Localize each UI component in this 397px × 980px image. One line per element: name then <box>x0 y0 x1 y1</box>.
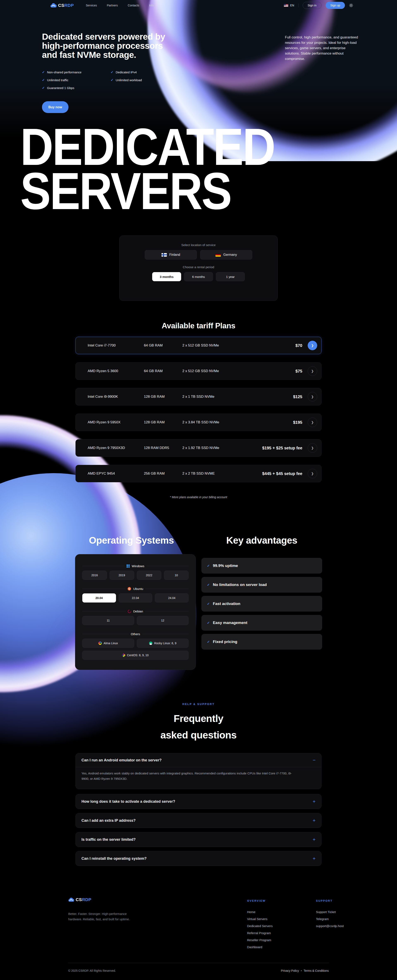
footer-link-telegram[interactable]: Telegram <box>316 915 344 922</box>
os-option-debian-12[interactable]: 12 <box>137 616 189 625</box>
theme-toggle-sun-icon[interactable] <box>349 3 353 8</box>
footer-link-reseller-program[interactable]: Reseller Program <box>247 936 273 943</box>
plan-arrow-button[interactable] <box>308 443 317 453</box>
privacy-policy-link[interactable]: Privacy Policy <box>281 969 299 972</box>
plan-ram: 128 GB RAM <box>144 420 182 425</box>
os-option-alma-linux[interactable]: Alma Linux <box>82 639 134 648</box>
faq-question-row[interactable]: How long does it take to activate a dedi… <box>76 794 321 809</box>
faq-item: Can I reinstall the operating system? <box>75 851 322 866</box>
check-icon <box>207 583 210 587</box>
footer-link-dedicated-servers[interactable]: Dedicated Servers <box>247 922 273 929</box>
os-option-centos[interactable]: CentOS: 8, 9, 10 <box>82 651 188 660</box>
feature-label: Unlimited workload <box>116 78 142 82</box>
separator-dot: • <box>301 969 302 972</box>
period-button-3-months[interactable]: 3 months <box>152 272 181 281</box>
language-label: EN <box>290 4 294 7</box>
nav-link-services[interactable]: Services <box>86 4 97 7</box>
feature-item: Unlimited workload <box>111 76 142 84</box>
location-button-finland[interactable]: Finland <box>145 250 197 259</box>
configurator-card: Select location of service Finland Germa… <box>119 235 278 301</box>
os-option-rocky-linux[interactable]: Rocky Linux: 8, 9 <box>137 639 189 648</box>
footer-link-support-ticket[interactable]: Support Ticket <box>316 908 344 915</box>
faq-question-row[interactable]: Is traffic on the server limited? <box>76 832 321 847</box>
location-name: Germany <box>223 253 237 257</box>
collapse-minus-icon[interactable] <box>312 758 316 763</box>
sign-in-button[interactable]: Sign in <box>303 2 322 9</box>
footer-link-virtual-servers[interactable]: Virtual Servers <box>247 915 273 922</box>
plan-row[interactable]: AMD Ryzen 9 5950X 128 GB RAM 2 x 3.84 TB… <box>75 414 322 431</box>
divider <box>142 634 189 634</box>
plan-arrow-button[interactable] <box>308 469 317 478</box>
language-selector[interactable]: EN <box>284 4 294 7</box>
footer-copyright: © 2025 CSRDP. All Rights Reserved. <box>68 969 116 972</box>
check-icon <box>207 564 210 568</box>
os-group-others: Others Alma Linux Rocky Linux: 8, 9 Cent… <box>82 632 188 660</box>
plan-row[interactable]: AMD Ryzen 5 3600 64 GB RAM 2 x 512 GB SS… <box>75 363 322 380</box>
nav-link-partners[interactable]: Partners <box>107 4 118 7</box>
plan-storage: 2 x 2 TB SSD NVME <box>182 471 262 476</box>
plan-row[interactable]: AMD Ryzen 9 7950X3D 128 RAM DDR5 2 x 1.9… <box>75 439 322 457</box>
footer-tagline: Better. Faster. Stronger. High-performan… <box>68 911 130 922</box>
os-group-label: Debian <box>133 609 143 613</box>
footer-link-support-email[interactable]: support@csrdp.host <box>316 922 344 929</box>
plan-arrow-button[interactable] <box>308 366 317 376</box>
advantage-label: Easy management <box>213 620 247 625</box>
sign-up-button[interactable]: Sign up <box>326 2 345 9</box>
os-group-debian: Debian 11 12 <box>82 609 188 625</box>
os-option-windows-2016[interactable]: 2016 <box>82 571 107 580</box>
location-options: Finland Germany <box>145 250 252 259</box>
period-options: 3 months 6 months 1 year <box>152 272 245 281</box>
faq-question-row[interactable]: Can I add an extra IP address? <box>76 813 321 828</box>
faq-eyebrow: HELP & SUPPORT <box>0 703 397 706</box>
plan-cpu: Intel Core i9-9900K <box>88 395 144 399</box>
os-options-row: 11 12 <box>82 616 188 625</box>
os-option-ubuntu-2204[interactable]: 22.04 <box>119 593 152 603</box>
period-button-1-year[interactable]: 1 year <box>216 272 245 281</box>
os-option-windows-2022[interactable]: 2022 <box>137 571 161 580</box>
os-option-windows-2019[interactable]: 2019 <box>110 571 134 580</box>
buy-now-button[interactable]: Buy now <box>42 101 69 113</box>
footer-link-referral-program[interactable]: Referral Program <box>247 929 273 936</box>
plan-storage: 2 x 512 GB SSD NVMe <box>182 369 295 373</box>
nav-link-contacts[interactable]: Contacts <box>128 4 139 7</box>
expand-plus-icon[interactable] <box>312 799 316 804</box>
plan-arrow-button[interactable] <box>308 418 317 427</box>
alma-linux-icon <box>99 641 102 645</box>
nav-link-info[interactable]: Info <box>149 4 154 7</box>
feature-item: Guaranteed 1 Gbps <box>42 84 81 92</box>
faq-question: How long does it take to activate a dedi… <box>81 799 175 804</box>
terms-conditions-link[interactable]: Terms & Conditions <box>304 969 329 972</box>
feature-label: Unlimited traffic <box>47 78 68 82</box>
expand-plus-icon[interactable] <box>312 856 316 861</box>
period-button-6-months[interactable]: 6 months <box>184 272 213 281</box>
us-flag-icon <box>284 4 288 7</box>
rocky-linux-icon <box>149 641 152 645</box>
plan-ram: 256 GB RAM <box>144 471 182 476</box>
os-option-ubuntu-2004[interactable]: 20.04 <box>82 593 116 603</box>
page: CSRDP Services Partners Contacts Info EN… <box>0 0 397 980</box>
footer-link-dashboard[interactable]: Dashboard <box>247 943 273 950</box>
expand-plus-icon[interactable] <box>312 837 316 842</box>
os-option-windows-10[interactable]: 10 <box>164 571 188 580</box>
os-option-debian-11[interactable]: 11 <box>82 616 134 625</box>
plan-arrow-button[interactable] <box>308 341 317 350</box>
plan-row[interactable]: AMD EPYC 9454 256 GB RAM 2 x 2 TB SSD NV… <box>75 465 322 482</box>
faq-question-row[interactable]: Can I reinstall the operating system? <box>76 851 321 866</box>
plan-arrow-button[interactable] <box>308 392 317 401</box>
location-button-germany[interactable]: Germany <box>200 250 252 259</box>
footer-brand-logo[interactable]: CSRDP <box>68 897 91 902</box>
os-option-ubuntu-2404[interactable]: 24.04 <box>155 593 188 603</box>
plan-price: $125 <box>293 395 303 399</box>
plan-row[interactable]: Intel Core i7-7700 64 GB RAM 2 x 512 GB … <box>75 337 322 354</box>
os-option-label: Rocky Linux: 8, 9 <box>154 641 176 645</box>
feature-item: Dedicated IPv4 <box>111 68 142 76</box>
plan-price: $75 <box>295 369 302 374</box>
os-options-row: 2016 2019 2022 10 <box>82 571 188 580</box>
expand-plus-icon[interactable] <box>312 818 316 823</box>
os-group-label: Others <box>131 632 140 636</box>
brand-logo[interactable]: CSRDP <box>50 3 74 8</box>
plan-ram: 64 GB RAM <box>144 369 182 373</box>
faq-question-row[interactable]: Can I run an Android emulator on the ser… <box>76 753 321 767</box>
plan-row[interactable]: Intel Core i9-9900K 128 GB RAM 2 x 1 TB … <box>75 388 322 406</box>
footer-link-home[interactable]: Home <box>247 908 273 915</box>
